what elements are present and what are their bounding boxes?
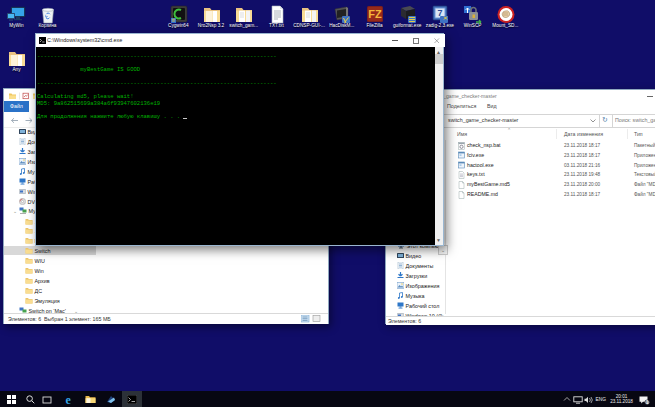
- svg-text:1: 1: [646, 400, 649, 405]
- svg-text:FZ: FZ: [368, 8, 382, 20]
